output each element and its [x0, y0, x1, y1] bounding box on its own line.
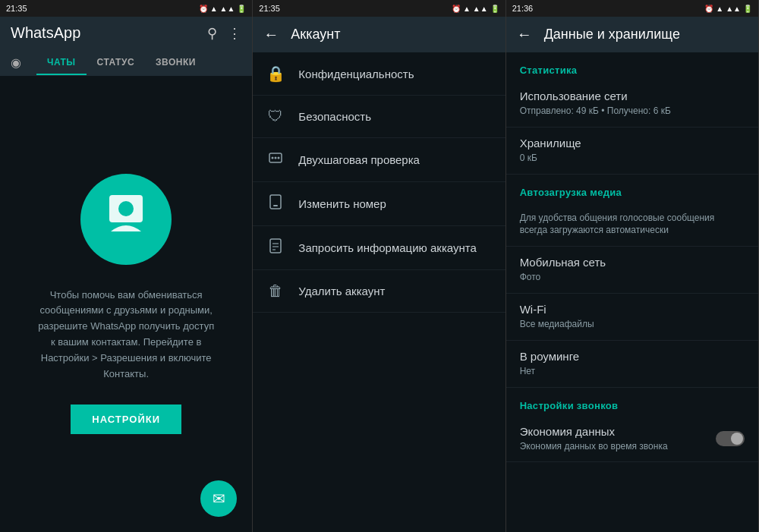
roaming-item[interactable]: В роуминге Нет: [506, 341, 758, 388]
panel-whatsapp-main: 21:35 ⏰ ▲ ▲▲ 🔋 WhatsApp ⚲ ⋮ ◉ ЧАТЫ СТАТУ…: [0, 0, 253, 532]
section-autodownload-header: Автозагрузка медиа: [506, 175, 758, 203]
status-bar-3: 21:36 ⏰ ▲ ▲▲ 🔋: [506, 0, 758, 17]
tab-chats[interactable]: ЧАТЫ: [36, 51, 87, 75]
wifi-icon: ▲: [210, 5, 218, 13]
status-time-2: 21:35: [259, 4, 280, 13]
signal-icon-3: ▲▲: [726, 5, 741, 13]
security-label: Безопасность: [298, 110, 371, 123]
panel-account-settings: 21:35 ⏰ ▲ ▲▲ 🔋 ← Аккаунт 🔒 Конфиденциаль…: [253, 0, 505, 532]
delete-icon: 🗑: [266, 282, 285, 300]
person-icon: [103, 192, 149, 247]
settings-button[interactable]: НАСТРОЙКИ: [71, 405, 181, 434]
privacy-label: Конфиденциальность: [298, 68, 414, 80]
signal-icon-2: ▲▲: [473, 5, 488, 13]
menu-item-twostep[interactable]: Двухшаговая проверка: [253, 138, 505, 182]
search-icon[interactable]: ⚲: [207, 25, 217, 42]
datasaving-sub: Экономия данных во время звонка: [520, 440, 668, 453]
mobile-network-sub: Фото: [520, 271, 745, 284]
section-callsettings-header: Настройки звонков: [506, 388, 758, 416]
menu-item-deleteaccount[interactable]: 🗑 Удалить аккаунт: [253, 270, 505, 313]
roaming-sub: Нет: [520, 365, 745, 378]
compose-fab[interactable]: ✉: [200, 480, 237, 517]
roaming-title: В роуминге: [520, 350, 745, 363]
header-top: WhatsApp ⚲ ⋮: [11, 24, 241, 42]
signal-icon: ▲▲: [220, 5, 235, 13]
status-icons-3: ⏰ ▲ ▲▲ 🔋: [704, 5, 752, 13]
changenumber-label: Изменить номер: [298, 197, 386, 210]
menu-item-changenumber[interactable]: Изменить номер: [253, 182, 505, 226]
battery-icon: 🔋: [237, 5, 246, 13]
wifi-icon-2: ▲: [463, 5, 471, 13]
status-time-1: 21:35: [6, 4, 27, 13]
network-usage-sub: Отправлено: 49 кБ • Получено: 6 кБ: [520, 105, 745, 118]
app-title: WhatsApp: [11, 24, 80, 42]
wifi-title: Wi-Fi: [520, 303, 745, 316]
datasaving-toggle[interactable]: [716, 431, 745, 446]
storage-sub: 0 кБ: [520, 152, 745, 165]
twostep-label: Двухшаговая проверка: [298, 153, 420, 166]
network-usage-item[interactable]: Использование сети Отправлено: 49 кБ • П…: [506, 80, 758, 127]
datasaving-item[interactable]: Экономия данных Экономия данных во время…: [506, 416, 758, 463]
twostep-icon: [266, 150, 285, 169]
camera-tab-icon[interactable]: ◉: [11, 49, 29, 76]
header-actions: ⚲ ⋮: [207, 25, 241, 42]
svg-point-1: [118, 201, 134, 216]
wifi-icon-3: ▲: [716, 5, 723, 13]
datastorage-header: ← Данные и хранилище: [506, 17, 758, 52]
datasaving-text: Экономия данных Экономия данных во время…: [520, 425, 668, 453]
alarm-icon: ⏰: [199, 5, 208, 13]
network-usage-title: Использование сети: [520, 90, 745, 102]
account-menu-list: 🔒 Конфиденциальность 🛡 Безопасность Двух…: [253, 52, 505, 532]
account-header: ← Аккаунт: [253, 17, 505, 52]
storage-title: Хранилище: [520, 137, 745, 150]
section-statistics-header: Статистика: [506, 52, 758, 80]
avatar-circle: [80, 174, 172, 265]
datastorage-title: Данные и хранилище: [544, 27, 680, 42]
autodownload-note-text: Для удобства общения голосовые сообщения…: [520, 212, 745, 238]
tab-status[interactable]: СТАТУС: [87, 51, 145, 75]
panel-data-storage: 21:36 ⏰ ▲ ▲▲ 🔋 ← Данные и хранилище Стат…: [506, 0, 759, 532]
status-bar-1: 21:35 ⏰ ▲ ▲▲ 🔋: [0, 0, 252, 17]
autodownload-note: Для удобства общения голосовые сообщения…: [506, 203, 758, 247]
back-icon-3[interactable]: ←: [517, 26, 532, 43]
battery-icon-3: 🔋: [743, 5, 752, 13]
lock-icon: 🔒: [266, 65, 285, 83]
changenumber-icon: [266, 194, 285, 213]
svg-rect-7: [273, 205, 278, 206]
wifi-item[interactable]: Wi-Fi Все медиафайлы: [506, 294, 758, 341]
mobile-network-title: Мобильная сеть: [520, 256, 745, 269]
back-icon[interactable]: ←: [263, 26, 279, 43]
svg-rect-6: [270, 195, 281, 209]
svg-rect-8: [270, 239, 281, 253]
alarm-icon-3: ⏰: [704, 5, 713, 13]
compose-icon: ✉: [213, 490, 225, 508]
menu-item-security[interactable]: 🛡 Безопасность: [253, 96, 505, 138]
datastorage-content: Статистика Использование сети Отправлено…: [506, 52, 758, 532]
datasaving-title: Экономия данных: [520, 425, 668, 438]
storage-item[interactable]: Хранилище 0 кБ: [506, 127, 758, 175]
status-time-3: 21:36: [512, 4, 534, 13]
permission-message: Чтобы помочь вам обмениваться сообщениям…: [35, 288, 217, 382]
status-icons-1: ⏰ ▲ ▲▲ 🔋: [199, 5, 247, 13]
account-title: Аккаунт: [291, 27, 340, 42]
tab-calls[interactable]: ЗВОНКИ: [145, 51, 206, 75]
svg-point-5: [278, 157, 280, 159]
menu-item-requestinfo[interactable]: Запросить информацию аккаунта: [253, 226, 505, 270]
requestinfo-label: Запросить информацию аккаунта: [298, 241, 476, 254]
more-menu-icon[interactable]: ⋮: [228, 25, 241, 42]
alarm-icon-2: ⏰: [452, 5, 461, 13]
wifi-sub: Все медиафайлы: [520, 318, 745, 331]
battery-icon-2: 🔋: [490, 5, 499, 13]
status-icons-2: ⏰ ▲ ▲▲ 🔋: [452, 5, 499, 13]
deleteaccount-label: Удалить аккаунт: [298, 285, 385, 297]
menu-item-privacy[interactable]: 🔒 Конфиденциальность: [253, 52, 505, 96]
main-body: Чтобы помочь вам обмениваться сообщениям…: [0, 76, 252, 532]
status-bar-2: 21:35 ⏰ ▲ ▲▲ 🔋: [253, 0, 505, 17]
requestinfo-icon: [266, 238, 285, 257]
shield-icon: 🛡: [266, 108, 285, 125]
svg-point-4: [275, 157, 277, 159]
whatsapp-header: WhatsApp ⚲ ⋮ ◉ ЧАТЫ СТАТУС ЗВОНКИ: [0, 17, 252, 76]
mobile-network-item[interactable]: Мобильная сеть Фото: [506, 247, 758, 294]
svg-point-3: [272, 157, 274, 159]
main-tabs: ◉ ЧАТЫ СТАТУС ЗВОНКИ: [11, 49, 241, 76]
